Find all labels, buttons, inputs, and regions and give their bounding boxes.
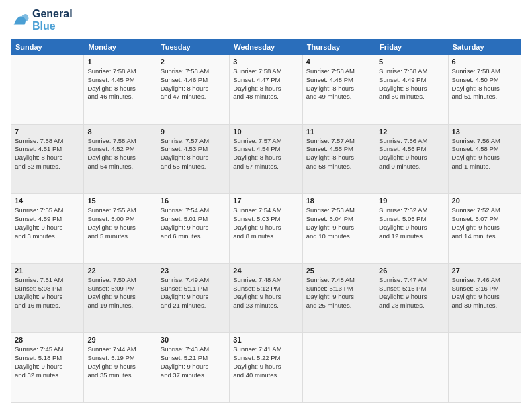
- day-number: 11: [306, 128, 371, 136]
- day-number: 17: [233, 197, 298, 205]
- day-info: Sunrise: 7:52 AM Sunset: 5:05 PM Dayligh…: [379, 206, 444, 240]
- calendar-cell: [302, 333, 375, 403]
- weekday-header-saturday: Saturday: [448, 40, 521, 55]
- weekday-header-wednesday: Wednesday: [230, 40, 302, 55]
- calendar-cell: 6Sunrise: 7:58 AM Sunset: 4:50 PM Daylig…: [448, 55, 521, 125]
- day-info: Sunrise: 7:41 AM Sunset: 5:22 PM Dayligh…: [233, 345, 298, 379]
- calendar-cell: 13Sunrise: 7:56 AM Sunset: 4:58 PM Dayli…: [448, 124, 521, 194]
- calendar-cell: 27Sunrise: 7:46 AM Sunset: 5:16 PM Dayli…: [448, 263, 521, 333]
- calendar-cell: 19Sunrise: 7:52 AM Sunset: 5:05 PM Dayli…: [375, 194, 448, 264]
- day-number: 27: [452, 267, 517, 275]
- day-info: Sunrise: 7:55 AM Sunset: 4:59 PM Dayligh…: [15, 206, 80, 240]
- weekday-header-tuesday: Tuesday: [157, 40, 229, 55]
- calendar-cell: 8Sunrise: 7:58 AM Sunset: 4:52 PM Daylig…: [84, 124, 157, 194]
- day-number: 25: [306, 267, 371, 275]
- calendar-cell: 22Sunrise: 7:50 AM Sunset: 5:09 PM Dayli…: [84, 263, 157, 333]
- day-number: 24: [233, 267, 298, 275]
- week-row-4: 21Sunrise: 7:51 AM Sunset: 5:08 PM Dayli…: [11, 263, 521, 333]
- day-number: 15: [87, 197, 152, 205]
- day-number: 22: [87, 267, 152, 275]
- calendar-cell: 10Sunrise: 7:57 AM Sunset: 4:54 PM Dayli…: [230, 124, 302, 194]
- calendar-cell: 18Sunrise: 7:53 AM Sunset: 5:04 PM Dayli…: [302, 194, 375, 264]
- day-number: 9: [161, 128, 226, 136]
- day-info: Sunrise: 7:57 AM Sunset: 4:55 PM Dayligh…: [306, 137, 371, 171]
- day-info: Sunrise: 7:46 AM Sunset: 5:16 PM Dayligh…: [452, 276, 517, 310]
- logo-text: General Blue: [32, 8, 73, 32]
- calendar-cell: 23Sunrise: 7:49 AM Sunset: 5:11 PM Dayli…: [157, 263, 229, 333]
- day-number: 18: [306, 197, 371, 205]
- week-row-2: 7Sunrise: 7:58 AM Sunset: 4:51 PM Daylig…: [11, 124, 521, 194]
- day-info: Sunrise: 7:54 AM Sunset: 5:03 PM Dayligh…: [233, 206, 298, 240]
- day-info: Sunrise: 7:49 AM Sunset: 5:11 PM Dayligh…: [161, 276, 226, 310]
- day-number: 28: [15, 336, 80, 344]
- day-info: Sunrise: 7:53 AM Sunset: 5:04 PM Dayligh…: [306, 206, 371, 240]
- calendar-cell: 31Sunrise: 7:41 AM Sunset: 5:22 PM Dayli…: [230, 333, 302, 403]
- day-info: Sunrise: 7:58 AM Sunset: 4:46 PM Dayligh…: [161, 67, 226, 101]
- day-number: 7: [15, 128, 80, 136]
- calendar-cell: 25Sunrise: 7:48 AM Sunset: 5:13 PM Dayli…: [302, 263, 375, 333]
- day-number: 12: [379, 128, 444, 136]
- day-number: 10: [233, 128, 298, 136]
- week-row-3: 14Sunrise: 7:55 AM Sunset: 4:59 PM Dayli…: [11, 194, 521, 264]
- calendar-cell: 21Sunrise: 7:51 AM Sunset: 5:08 PM Dayli…: [11, 263, 84, 333]
- calendar-cell: 9Sunrise: 7:57 AM Sunset: 4:53 PM Daylig…: [157, 124, 229, 194]
- calendar-cell: 24Sunrise: 7:48 AM Sunset: 5:12 PM Dayli…: [230, 263, 302, 333]
- weekday-header-monday: Monday: [84, 40, 157, 55]
- week-row-5: 28Sunrise: 7:45 AM Sunset: 5:18 PM Dayli…: [11, 333, 521, 403]
- calendar-cell: 2Sunrise: 7:58 AM Sunset: 4:46 PM Daylig…: [157, 55, 229, 125]
- calendar-cell: 14Sunrise: 7:55 AM Sunset: 4:59 PM Dayli…: [11, 194, 84, 264]
- day-info: Sunrise: 7:47 AM Sunset: 5:15 PM Dayligh…: [379, 276, 444, 310]
- weekday-header-friday: Friday: [375, 40, 448, 55]
- day-info: Sunrise: 7:58 AM Sunset: 4:52 PM Dayligh…: [87, 137, 152, 171]
- calendar-cell: 30Sunrise: 7:43 AM Sunset: 5:21 PM Dayli…: [157, 333, 229, 403]
- day-info: Sunrise: 7:58 AM Sunset: 4:45 PM Dayligh…: [87, 67, 152, 101]
- weekday-header-thursday: Thursday: [302, 40, 375, 55]
- day-info: Sunrise: 7:58 AM Sunset: 4:51 PM Dayligh…: [15, 137, 80, 171]
- day-info: Sunrise: 7:44 AM Sunset: 5:19 PM Dayligh…: [87, 345, 152, 379]
- day-info: Sunrise: 7:57 AM Sunset: 4:53 PM Dayligh…: [161, 137, 226, 171]
- day-number: 2: [161, 58, 226, 66]
- day-number: 29: [87, 336, 152, 344]
- day-info: Sunrise: 7:45 AM Sunset: 5:18 PM Dayligh…: [15, 345, 80, 379]
- day-number: 16: [161, 197, 226, 205]
- day-number: 1: [87, 58, 152, 66]
- day-info: Sunrise: 7:58 AM Sunset: 4:47 PM Dayligh…: [233, 67, 298, 101]
- weekday-header-sunday: Sunday: [11, 40, 84, 55]
- day-number: 6: [452, 58, 517, 66]
- calendar-cell: 7Sunrise: 7:58 AM Sunset: 4:51 PM Daylig…: [11, 124, 84, 194]
- day-info: Sunrise: 7:48 AM Sunset: 5:12 PM Dayligh…: [233, 276, 298, 310]
- calendar-cell: 20Sunrise: 7:52 AM Sunset: 5:07 PM Dayli…: [448, 194, 521, 264]
- day-info: Sunrise: 7:51 AM Sunset: 5:08 PM Dayligh…: [15, 276, 80, 310]
- calendar-cell: 15Sunrise: 7:55 AM Sunset: 5:00 PM Dayli…: [84, 194, 157, 264]
- calendar-cell: 5Sunrise: 7:58 AM Sunset: 4:49 PM Daylig…: [375, 55, 448, 125]
- calendar-cell: [11, 55, 84, 125]
- day-info: Sunrise: 7:52 AM Sunset: 5:07 PM Dayligh…: [452, 206, 517, 240]
- day-number: 13: [452, 128, 517, 136]
- calendar-cell: 3Sunrise: 7:58 AM Sunset: 4:47 PM Daylig…: [230, 55, 302, 125]
- day-info: Sunrise: 7:56 AM Sunset: 4:58 PM Dayligh…: [452, 137, 517, 171]
- day-number: 4: [306, 58, 371, 66]
- calendar-cell: 26Sunrise: 7:47 AM Sunset: 5:15 PM Dayli…: [375, 263, 448, 333]
- calendar-cell: 16Sunrise: 7:54 AM Sunset: 5:01 PM Dayli…: [157, 194, 229, 264]
- page: General Blue SundayMondayTuesdayWednesda…: [0, 0, 532, 411]
- day-info: Sunrise: 7:58 AM Sunset: 4:49 PM Dayligh…: [379, 67, 444, 101]
- calendar-table: SundayMondayTuesdayWednesdayThursdayFrid…: [11, 39, 521, 403]
- calendar-cell: 17Sunrise: 7:54 AM Sunset: 5:03 PM Dayli…: [230, 194, 302, 264]
- day-number: 14: [15, 197, 80, 205]
- day-number: 26: [379, 267, 444, 275]
- day-info: Sunrise: 7:55 AM Sunset: 5:00 PM Dayligh…: [87, 206, 152, 240]
- calendar-cell: [375, 333, 448, 403]
- day-number: 20: [452, 197, 517, 205]
- day-info: Sunrise: 7:57 AM Sunset: 4:54 PM Dayligh…: [233, 137, 298, 171]
- day-info: Sunrise: 7:50 AM Sunset: 5:09 PM Dayligh…: [87, 276, 152, 310]
- day-info: Sunrise: 7:48 AM Sunset: 5:13 PM Dayligh…: [306, 276, 371, 310]
- day-number: 30: [161, 336, 226, 344]
- week-row-1: 1Sunrise: 7:58 AM Sunset: 4:45 PM Daylig…: [11, 55, 521, 125]
- calendar-cell: 12Sunrise: 7:56 AM Sunset: 4:56 PM Dayli…: [375, 124, 448, 194]
- calendar-cell: 4Sunrise: 7:58 AM Sunset: 4:48 PM Daylig…: [302, 55, 375, 125]
- day-number: 21: [15, 267, 80, 275]
- day-number: 31: [233, 336, 298, 344]
- header: General Blue: [11, 8, 521, 32]
- day-number: 5: [379, 58, 444, 66]
- weekday-header-row: SundayMondayTuesdayWednesdayThursdayFrid…: [11, 40, 521, 55]
